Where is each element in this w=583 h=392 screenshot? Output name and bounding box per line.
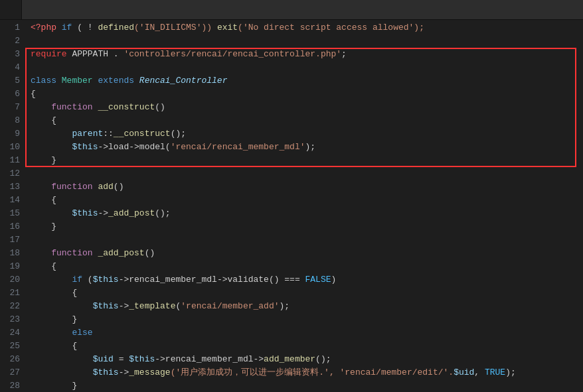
code-line: $this->load->model('rencai/rencai_member… [31,141,583,154]
code-line: } [31,379,583,392]
code-line: } [31,220,583,233]
code-line: function add() [31,180,583,194]
code-line: else [31,326,583,340]
code-line: { [31,260,583,273]
code-line: { [31,114,583,127]
code-line: } [31,154,583,167]
tab-member-php[interactable] [0,0,22,19]
code-area: 1234567891011121314151617181920212223242… [0,20,583,392]
line-numbers: 1234567891011121314151617181920212223242… [0,20,25,392]
code-line: if ($this->rencai_member_mdl->validate()… [31,273,583,287]
code-line: { [31,340,583,353]
code-line [31,167,583,180]
code-line: } [31,313,583,326]
code-line: $this->_message('用户添加成功，可以进一步编辑资料.', 're… [31,366,583,379]
code-line: <?php if ( ! defined('IN_DILICMS')) exit… [31,21,583,34]
code-line: class Member extends Rencai_Controller [31,74,583,88]
code-line: require APPPATH . 'controllers/rencai/re… [31,48,583,61]
code-line [31,233,583,247]
code-line [31,61,583,74]
code-line: function _add_post() [31,247,583,260]
code-line: $this->_template('rencai/member_add'); [31,300,583,313]
code-content[interactable]: <?php if ( ! defined('IN_DILICMS')) exit… [25,20,583,392]
code-line: $this->_add_post(); [31,207,583,220]
code-line: { [31,194,583,207]
code-line: $uid = $this->rencai_member_mdl->add_mem… [31,353,583,366]
code-line: { [31,88,583,101]
code-line: function __construct() [31,101,583,114]
code-line: { [31,287,583,300]
tab-bar [0,0,583,20]
code-line: parent::__construct(); [31,127,583,141]
code-line [31,34,583,48]
